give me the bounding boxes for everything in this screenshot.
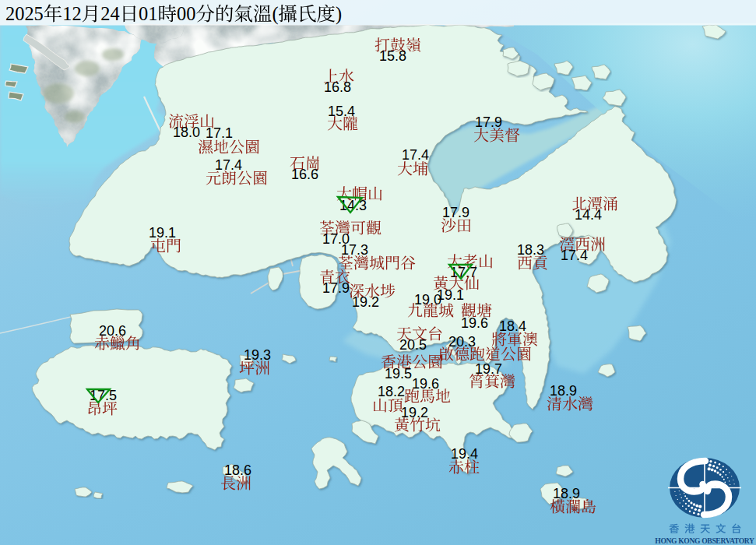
- svg-text:15.4: 15.4: [328, 104, 355, 119]
- svg-text:16.6: 16.6: [291, 167, 318, 182]
- svg-text:19.5: 19.5: [385, 366, 412, 382]
- svg-text:19.6: 19.6: [412, 376, 439, 392]
- svg-text:HONG KONG OBSERVATORY: HONG KONG OBSERVATORY: [655, 536, 754, 545]
- svg-text:14.3: 14.3: [339, 198, 367, 213]
- svg-text:01: 01: [139, 3, 157, 24]
- svg-text:17.3: 17.3: [341, 242, 368, 258]
- svg-text:17.4: 17.4: [402, 147, 429, 163]
- svg-text:17.4: 17.4: [561, 248, 588, 263]
- svg-text:19.4: 19.4: [451, 446, 478, 462]
- svg-text:00: 00: [177, 3, 195, 24]
- svg-text:18.2: 18.2: [378, 384, 405, 399]
- svg-text:17.4: 17.4: [215, 157, 242, 173]
- svg-text:18.9: 18.9: [553, 486, 580, 501]
- svg-text:18.6: 18.6: [224, 462, 251, 478]
- svg-text:18.0: 18.0: [173, 125, 200, 140]
- svg-text:12: 12: [62, 3, 81, 24]
- svg-text:19.6: 19.6: [461, 315, 488, 331]
- svg-text:19.3: 19.3: [244, 347, 271, 363]
- svg-text:18.9: 18.9: [550, 383, 577, 399]
- svg-text:18.3: 18.3: [517, 242, 544, 258]
- svg-text:16.8: 16.8: [324, 79, 351, 95]
- svg-text:18.4: 18.4: [499, 318, 526, 334]
- svg-text:17.1: 17.1: [206, 125, 233, 141]
- svg-text:17.9: 17.9: [475, 114, 502, 130]
- svg-text:20.5: 20.5: [399, 337, 427, 353]
- svg-text:): ): [336, 3, 342, 25]
- svg-text:24: 24: [100, 3, 119, 24]
- svg-text:2025: 2025: [5, 3, 44, 24]
- svg-text:20.3: 20.3: [448, 334, 476, 350]
- svg-text:(: (: [272, 3, 278, 25]
- svg-text:17.9: 17.9: [322, 280, 350, 296]
- svg-text:14.4: 14.4: [575, 207, 602, 223]
- svg-text:19.1: 19.1: [149, 225, 176, 241]
- svg-text:19.2: 19.2: [401, 405, 428, 420]
- svg-text:17.7: 17.7: [450, 265, 477, 280]
- svg-text:19.2: 19.2: [352, 294, 379, 310]
- svg-text:17.9: 17.9: [442, 205, 469, 220]
- svg-text:15.8: 15.8: [379, 48, 406, 64]
